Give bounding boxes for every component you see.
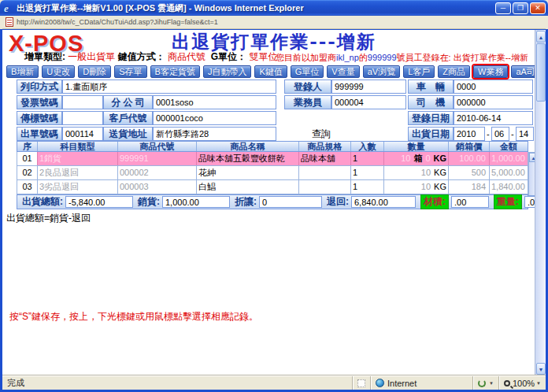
login-text-end: 號員工登錄在: 出貨打單作業--增新	[397, 53, 528, 62]
cell-name: 花紳	[197, 166, 299, 179]
slip-label: 傳標號碼	[17, 111, 62, 125]
auto-fill-button[interactable]: J自動帶入	[203, 65, 252, 78]
chevron-down-icon: ▼	[489, 381, 494, 386]
keyboard-hint: 按“S”鍵保存，按上，下光標鍵或用鼠標點擊選擇相應記錄。	[9, 310, 258, 324]
vehicle-label: 車 輛	[408, 80, 454, 94]
cell-name: 品味本舖五穀豐收餅乾	[197, 152, 299, 165]
salesman-button[interactable]: W業務	[473, 65, 508, 78]
minimize-button[interactable]: ─	[495, 2, 511, 14]
print-method-label: 列印方式	[17, 80, 62, 94]
order-type-label: 增單類型:	[24, 51, 65, 62]
delete-button[interactable]: D刪除	[78, 65, 111, 78]
save-order-button[interactable]: S存單	[114, 65, 146, 78]
print-method-input[interactable]	[62, 80, 276, 94]
merchant-id: ikl_np	[336, 53, 359, 62]
add-button[interactable]: B增新	[6, 65, 39, 78]
url-text[interactable]: http://win2008/tw/c_CData/ChuTuiAdd.asp?…	[17, 18, 218, 26]
branch-input[interactable]	[153, 95, 276, 109]
qty-unit: 箱	[413, 152, 422, 165]
discount-label: 折讓:	[235, 195, 257, 209]
cell-qty: 10箱0KG	[384, 152, 449, 165]
customer-code-button[interactable]: B客定貨號	[150, 65, 200, 78]
ship-date-day-input[interactable]	[516, 127, 534, 141]
address-bar[interactable]: http://win2008/tw/c_CData/ChuTuiAdd.asp?…	[2, 16, 546, 29]
grand-total-label: 出貨總額:	[22, 195, 63, 209]
login-text: 您目前以加盟商	[276, 53, 336, 62]
cell-seq: 01	[17, 152, 38, 165]
query-button[interactable]: 查詢	[302, 127, 341, 141]
ship-date-label: 出貨日期	[408, 127, 454, 141]
unit-button[interactable]: G單位	[291, 65, 324, 78]
cell-seq: 02	[17, 166, 38, 179]
customer-code-input[interactable]	[153, 111, 276, 125]
reg-date-input[interactable]	[454, 111, 533, 125]
discount-input[interactable]	[259, 196, 322, 208]
cell-amount: 1,840.00	[490, 180, 528, 194]
cell-code: 000003	[118, 180, 197, 194]
table-row[interactable]: 03 3劣品退回 000003 白鯧 1 10KG 184 1,840.00	[17, 180, 528, 194]
grand-total-input[interactable]	[65, 196, 133, 208]
vehicle-input[interactable]	[454, 80, 533, 94]
cell-type: 1銷貨	[38, 152, 118, 165]
ship-date-year-input[interactable]	[454, 127, 485, 141]
qty-unit-2: KG	[434, 152, 447, 165]
cell-amount: 5,000.00	[490, 166, 528, 179]
date-dash: -	[511, 127, 514, 141]
col-type: 科目類型	[38, 142, 118, 151]
zoom-level: 100%	[513, 379, 535, 388]
scroll-down-icon[interactable]: ▼	[536, 363, 546, 375]
login-text-mid: 的	[359, 53, 368, 62]
maximize-button[interactable]: ❐	[513, 2, 528, 14]
sales-total-input[interactable]	[162, 196, 230, 208]
check-qty-button[interactable]: V查量	[327, 65, 359, 78]
zone-label: Internet	[387, 379, 417, 388]
table-row-selected[interactable]: 01 1銷貨 999991 品味本舖五穀豐收餅乾 品味本舖 1 10箱0KG 1…	[17, 152, 528, 166]
date-dash: -	[487, 127, 490, 141]
table-header-row: 序 科目類型 商品代號 商品名稱 商品規格 入數 數量 銷箱價 金額	[17, 141, 528, 152]
registrant-input[interactable]	[331, 80, 406, 94]
employee-id: 999999	[368, 53, 397, 62]
address-input[interactable]	[153, 127, 276, 141]
scrollbar-thumb[interactable]	[536, 43, 546, 102]
return-total-input[interactable]	[351, 196, 416, 208]
invoice-label: 發票號碼	[17, 95, 62, 109]
browse-button[interactable]: aV浏覽	[363, 65, 400, 78]
qty-unit: KG	[434, 166, 446, 179]
cell-spec	[299, 180, 351, 194]
update-button[interactable]: U更改	[42, 65, 75, 78]
key-mode-value: 商品代號	[168, 51, 206, 62]
cell-pack: 1	[351, 166, 384, 179]
order-no-input[interactable]	[62, 127, 103, 141]
product-button[interactable]: Z商品	[438, 65, 470, 78]
title-bar[interactable]: e 出退貨打單作業--增新V1.00 [X-POS 雲通網] - Windows…	[0, 0, 548, 16]
close-button[interactable]: ✕	[530, 2, 546, 14]
driver-label: 司 機	[408, 95, 454, 109]
page-scrollbar[interactable]: ▲ ▼	[535, 30, 546, 375]
ship-date-month-input[interactable]	[491, 127, 509, 141]
slip-input[interactable]	[62, 111, 103, 125]
col-name: 商品名稱	[197, 142, 299, 151]
driver-input[interactable]	[454, 95, 533, 109]
toolbar: B增新 U更改 D刪除 S存單 B客定貨號 J自動帶入 K鍵值 G單位 V查量 …	[6, 65, 533, 80]
customer-button[interactable]: L客戶	[403, 65, 435, 78]
branch-label: 分 公 司	[103, 95, 153, 109]
zoom-pane[interactable]: 100% ▼	[498, 376, 546, 390]
totals-formula: 出貨總額=銷貨-退回	[6, 212, 91, 225]
cell-qty: 10KG	[384, 166, 449, 179]
salesman-input[interactable]	[331, 95, 406, 109]
qty-value-2: 0	[425, 152, 430, 165]
order-no-label: 出單號碼	[17, 127, 62, 141]
key-value-button[interactable]: K鍵值	[254, 65, 287, 78]
qty-value: 10	[421, 166, 431, 179]
invoice-input[interactable]	[62, 95, 103, 109]
cell-name: 白鯧	[197, 180, 299, 194]
protected-mode-pane[interactable]: ▼	[472, 376, 498, 390]
scroll-up-icon[interactable]: ▲	[536, 31, 546, 43]
window-frame: X-POS 出退貨打單作業---增新 增單類型: 一般出貨單 鍵值方式： 商品代…	[0, 29, 548, 392]
cell-pack: 1	[351, 180, 384, 194]
volume-input[interactable]	[451, 196, 489, 208]
table-row[interactable]: 02 2良品退回 000002 花紳 1 10KG 500 5,000.00	[17, 166, 528, 180]
totals-bar: 出貨總額: 銷貨: 折讓: 退回: 材積: 重量:	[17, 194, 528, 209]
unit-mode-label: G單位：	[211, 51, 246, 62]
registrant-label: 登錄人	[284, 80, 331, 94]
